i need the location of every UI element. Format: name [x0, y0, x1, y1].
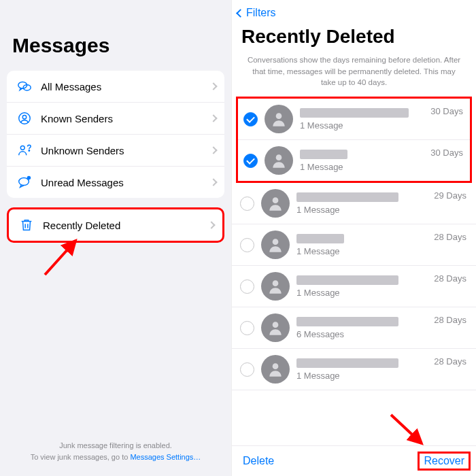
footer-note: Junk message filtering is enabled. To vi… [0, 440, 231, 462]
svg-point-13 [273, 280, 279, 286]
trash-icon [18, 217, 35, 233]
checkbox-icon[interactable] [240, 197, 254, 211]
filters-list: All Messages Known Senders Unknown Sende… [7, 71, 224, 198]
svg-point-5 [29, 150, 29, 151]
annotation-arrow-icon [388, 409, 428, 450]
checkbox-icon[interactable] [243, 112, 258, 126]
person-question-icon [16, 142, 33, 158]
chevron-right-icon [209, 146, 217, 154]
chevron-right-icon [207, 221, 215, 228]
filter-label: Known Senders [41, 113, 203, 124]
filter-label: All Messages [41, 81, 203, 92]
redacted-name [296, 275, 398, 285]
svg-point-6 [19, 178, 29, 186]
avatar-icon [261, 313, 290, 342]
message-count: 6 Messages [296, 329, 427, 339]
days-remaining: 30 Days [430, 105, 463, 116]
svg-line-16 [391, 415, 422, 443]
conversation-row[interactable]: 1 Message 29 Days [232, 183, 476, 224]
chevron-left-icon [236, 9, 245, 18]
bottom-toolbar: Delete Recover [232, 445, 476, 476]
avatar-icon [261, 355, 290, 384]
redacted-name [296, 192, 398, 202]
selected-rows-highlight: 1 Message 30 Days 1 Message 30 Days [236, 97, 472, 183]
bubbles-icon [16, 78, 33, 95]
filter-unread-messages[interactable]: Unread Messages [7, 167, 224, 198]
chevron-right-icon [209, 82, 217, 90]
message-count: 1 Message [300, 162, 424, 172]
delete-button[interactable]: Delete [243, 455, 274, 467]
days-remaining: 29 Days [434, 189, 466, 201]
annotation-arrow-icon [38, 234, 86, 282]
checkbox-icon[interactable] [240, 362, 254, 377]
avatar-icon [265, 146, 293, 175]
svg-point-3 [22, 115, 27, 119]
days-remaining: 28 Days [434, 231, 466, 242]
footer-line1: Junk message filtering is enabled. [0, 440, 231, 452]
filter-label: Unread Messages [41, 177, 203, 188]
avatar-icon [261, 231, 290, 259]
message-count: 1 Message [296, 246, 427, 256]
svg-line-8 [45, 241, 75, 275]
redacted-name [300, 150, 347, 159]
redacted-name [300, 108, 409, 118]
svg-point-15 [273, 363, 279, 369]
days-remaining: 30 Days [430, 146, 463, 158]
bubble-dot-icon [16, 174, 33, 190]
svg-point-14 [273, 322, 279, 328]
svg-point-11 [273, 197, 279, 203]
avatar-icon [265, 105, 293, 133]
recently-deleted-pane: Filters Recently Deleted Conversations s… [231, 0, 476, 476]
message-count: 1 Message [296, 205, 427, 215]
messages-settings-link[interactable]: Messages Settings… [130, 453, 201, 461]
conversation-row[interactable]: 1 Message 28 Days [232, 266, 476, 307]
recover-button[interactable]: Recover [418, 452, 471, 471]
redacted-name [296, 234, 344, 243]
message-count: 1 Message [300, 120, 424, 131]
redacted-name [296, 358, 398, 368]
person-circle-icon [16, 110, 33, 126]
svg-point-7 [27, 176, 31, 180]
svg-point-10 [276, 154, 282, 160]
avatar-icon [261, 189, 290, 218]
info-note: Conversations show the days remaining be… [232, 54, 476, 97]
avatar-icon [261, 272, 290, 301]
conversation-row[interactable]: 1 Message 30 Days [238, 140, 470, 181]
back-button[interactable]: Filters [232, 0, 476, 22]
svg-point-4 [20, 146, 24, 150]
chevron-right-icon [209, 114, 217, 122]
checkbox-icon[interactable] [240, 321, 254, 335]
conversation-row[interactable]: 6 Messages 28 Days [232, 307, 476, 349]
filter-known-senders[interactable]: Known Senders [7, 103, 224, 135]
message-count: 1 Message [296, 371, 427, 381]
footer-line2-text: To view junk messages, go to [31, 453, 131, 461]
conversation-row[interactable]: 1 Message 28 Days [232, 349, 476, 390]
days-remaining: 28 Days [434, 313, 466, 325]
filter-all-messages[interactable]: All Messages [7, 71, 224, 103]
messages-filters-pane: Messages All Messages Known Senders Unkn… [0, 0, 231, 476]
svg-point-9 [276, 113, 282, 119]
page-title: Messages [0, 0, 231, 71]
conversation-row[interactable]: 1 Message 28 Days [232, 224, 476, 266]
days-remaining: 28 Days [434, 272, 466, 284]
days-remaining: 28 Days [434, 355, 466, 367]
page-title: Recently Deleted [232, 22, 476, 54]
checkbox-icon[interactable] [243, 154, 258, 168]
redacted-name [296, 317, 398, 326]
filter-label: Unknown Senders [41, 145, 203, 156]
conversation-list: 1 Message 30 Days 1 Message 30 Days [232, 97, 476, 445]
svg-point-12 [273, 239, 279, 245]
checkbox-icon[interactable] [240, 238, 254, 252]
conversation-row[interactable]: 1 Message 30 Days [238, 99, 470, 140]
message-count: 1 Message [296, 288, 427, 298]
checkbox-icon[interactable] [240, 279, 254, 294]
chevron-right-icon [209, 178, 217, 186]
back-label: Filters [246, 7, 276, 19]
filter-label: Recently Deleted [43, 220, 201, 231]
filter-unknown-senders[interactable]: Unknown Senders [7, 135, 224, 167]
